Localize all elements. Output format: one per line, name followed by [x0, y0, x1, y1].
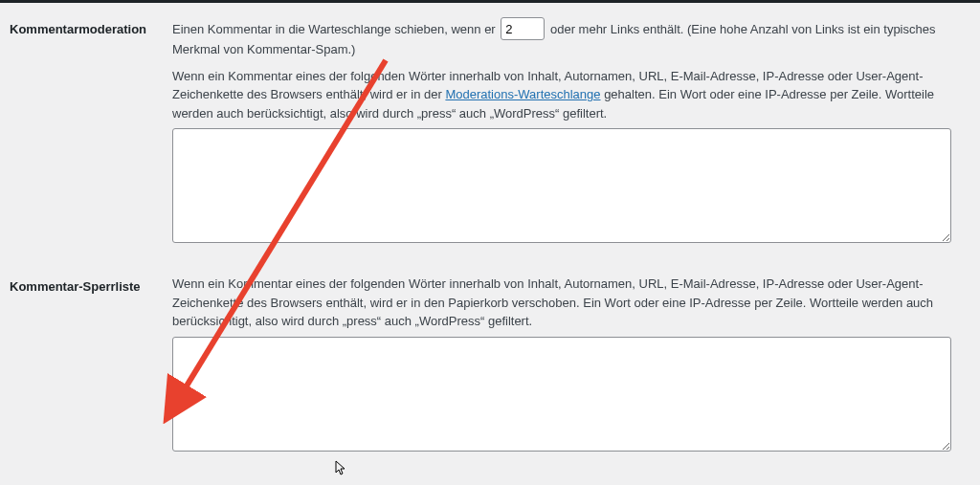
moderation-desc: Wenn ein Kommentar eines der folgenden W…	[172, 67, 951, 123]
moderation-queue-line: Einen Kommentar in die Warteschlange sch…	[172, 17, 951, 59]
moderation-keys-textarea[interactable]	[172, 128, 951, 243]
blocklist-keys-textarea[interactable]	[172, 337, 951, 452]
moderation-queue-link[interactable]: Moderations-Warteschlange	[445, 87, 600, 101]
mouse-cursor-icon	[335, 460, 346, 478]
blocklist-label: Kommentar-Sperrliste	[10, 260, 172, 469]
moderation-cell: Einen Kommentar in die Warteschlange sch…	[172, 3, 961, 260]
form-table: Kommentarmoderation Einen Kommentar in d…	[10, 3, 961, 469]
moderation-label: Kommentarmoderation	[10, 3, 172, 260]
settings-content: Kommentarmoderation Einen Kommentar in d…	[0, 3, 980, 485]
blocklist-desc: Wenn ein Kommentar eines der folgenden W…	[172, 275, 951, 331]
blocklist-cell: Wenn ein Kommentar eines der folgenden W…	[172, 260, 961, 469]
moderation-link-count-input[interactable]	[501, 17, 545, 40]
moderation-queue-before: Einen Kommentar in die Warteschlange sch…	[172, 22, 496, 36]
